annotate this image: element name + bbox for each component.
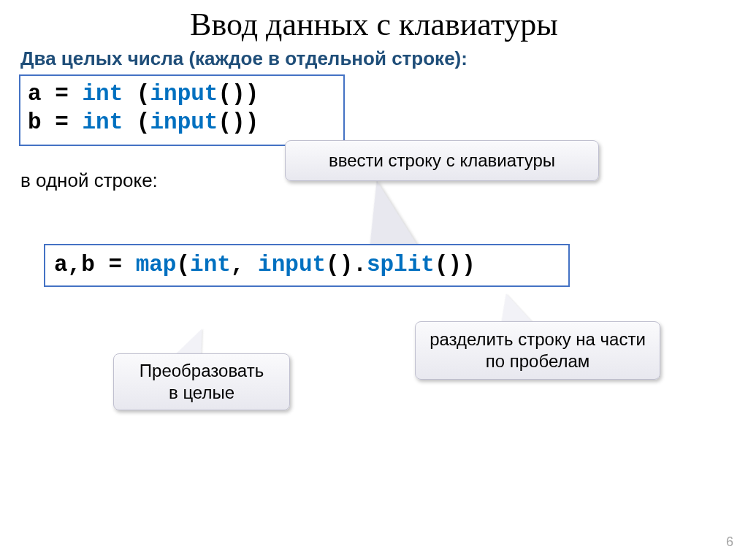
code-line-1: a = int (input()) — [28, 80, 336, 109]
keyword-input: input — [150, 110, 218, 135]
keyword-map: map — [136, 252, 177, 277]
subheading: Два целых числа (каждое в отдельной стро… — [0, 43, 748, 70]
keyword-int: int — [190, 252, 231, 277]
keyword-split: split — [367, 252, 435, 277]
code-text: ()) — [435, 252, 476, 277]
code-text: ()) — [218, 110, 259, 135]
code-text: a,b = — [54, 252, 136, 277]
code-line-map: a,b = map(int, input().split()) — [54, 251, 560, 280]
callout-convert-int: Преобразовать в целые — [113, 353, 290, 410]
code-text: a = — [28, 81, 82, 107]
code-text: ( — [123, 81, 150, 107]
code-text: b = — [28, 110, 82, 135]
page-title: Ввод данных с клавиатуры — [0, 0, 748, 43]
callout-tail — [361, 180, 419, 246]
code-text: ()) — [218, 81, 259, 107]
code-text: ( — [123, 110, 150, 135]
code-line-2: b = int (input()) — [28, 109, 336, 137]
code-text: , — [231, 252, 258, 277]
code-box-one-line: a,b = map(int, input().split()) — [44, 244, 570, 287]
keyword-int: int — [82, 110, 123, 135]
keyword-input: input — [150, 81, 218, 107]
code-text: (). — [326, 252, 367, 277]
keyword-int: int — [82, 81, 123, 107]
code-text: ( — [176, 252, 190, 277]
page-number: 6 — [726, 534, 733, 550]
code-box-two-lines: a = int (input()) b = int (input()) — [19, 74, 345, 146]
callout-split-spaces: разделить строку на части по пробелам — [415, 321, 660, 380]
keyword-input: input — [258, 252, 326, 277]
one-line-label: в одной строке: — [20, 169, 158, 192]
callout-enter-string: ввести строку с клавиатуры — [285, 140, 599, 181]
